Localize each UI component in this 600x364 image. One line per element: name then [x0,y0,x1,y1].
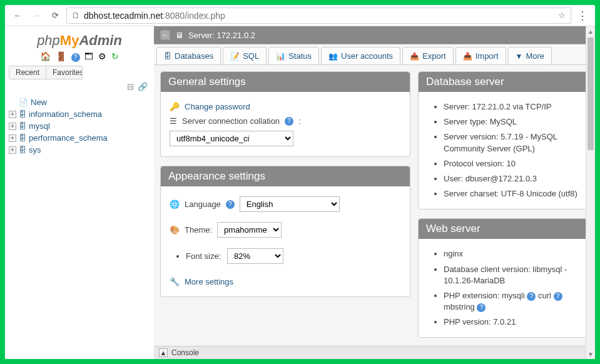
scroll-down-icon[interactable]: ▼ [586,349,595,359]
back-button[interactable]: ← [10,8,25,23]
font-size-label: Font size: [186,251,221,261]
reload-button[interactable]: ⟳ [48,8,63,23]
help-icon[interactable]: ? [477,303,486,312]
console-bar[interactable]: ▲ Console [154,346,595,359]
settings-icon[interactable]: ⚙ [98,51,106,61]
tab-label: More [526,51,544,61]
browser-menu-button[interactable]: ⋮ [575,9,590,23]
scroll-up-icon[interactable]: ▲ [586,26,595,36]
tree-item-mysql[interactable]: + 🗄 mysql [9,120,150,132]
home-icon[interactable]: 🏠 [40,51,51,61]
general-settings-panel: General settings 🔑 Change password ☰ Ser… [160,71,410,157]
font-size-select[interactable]: 82% [227,248,283,264]
php-ext-text: PHP extension: mysqli [444,291,527,300]
logo-admin: Admin [79,33,121,48]
theme-icon: 🎨 [170,225,180,235]
sql-icon[interactable]: 🗔 [84,51,93,61]
database-icon: 🗄 [19,134,26,143]
sidebar-toolbar: 🏠 🚪 ? 🗔 ⚙ ↻ [9,50,150,66]
unlink-icon[interactable]: 🔗 [138,82,148,91]
users-icon: 👥 [328,52,338,61]
new-db-icon: 📄 [19,98,28,107]
export-icon: 📤 [410,52,419,61]
forward-button[interactable]: → [29,8,44,23]
appearance-settings-panel: Appearance settings 🌐 Language ? English… [160,166,410,297]
theme-select[interactable]: pmahomme [217,222,282,238]
expand-icon[interactable]: + [9,134,16,142]
console-label: Console [171,348,199,357]
collation-icon: ☰ [170,116,177,126]
tree-item-sys[interactable]: + 🗄 sys [9,144,150,156]
expand-icon[interactable]: + [9,111,16,118]
server-breadcrumb: ← 🖥 Server: 172.21.0.2 [154,26,595,44]
main-panel: ← 🖥 Server: 172.21.0.2 🗄Databases 📝SQL 📊… [154,26,595,359]
tab-databases[interactable]: 🗄Databases [156,47,221,64]
phpmyadmin-logo[interactable]: phpMyAdmin [9,29,150,50]
tab-user-accounts[interactable]: 👥User accounts [321,47,400,64]
language-select[interactable]: English [240,196,340,212]
tab-export[interactable]: 📤Export [402,47,454,64]
database-server-panel: Database server Server: 172.21.0.2 via T… [418,71,589,210]
collation-label: Server connection collation [182,116,280,126]
tab-label: Databases [175,51,213,61]
list-item: Server charset: UTF-8 Unicode (utf8) [444,186,579,201]
logo-php: php [37,33,60,48]
list-item: Server type: MySQL [444,114,579,129]
expand-icon[interactable]: + [9,146,16,154]
bookmark-icon[interactable]: ☆ [558,11,566,20]
tab-status[interactable]: 📊Status [268,47,319,64]
tab-label: SQL [243,51,259,61]
tab-label: Import [475,51,499,61]
database-icon: 🗄 [19,122,26,131]
sql-icon: 📝 [230,52,240,61]
console-expand-icon[interactable]: ▲ [159,348,168,357]
help-icon[interactable]: ? [554,292,562,301]
key-icon: 🔑 [170,102,180,111]
scrollbar[interactable]: ▲ ▼ [586,26,595,359]
help-icon[interactable]: ? [226,200,235,209]
expand-icon[interactable]: + [9,123,16,130]
scroll-thumb[interactable] [587,38,594,150]
content-area: phpMyAdmin 🏠 🚪 ? 🗔 ⚙ ↻ Recent Favorites … [5,26,595,359]
logout-icon[interactable]: 🚪 [56,51,66,61]
list-item: Protocol version: 10 [444,156,579,171]
navigation-sidebar: phpMyAdmin 🏠 🚪 ? 🗔 ⚙ ↻ Recent Favorites … [5,26,154,359]
tab-sql[interactable]: 📝SQL [223,47,267,64]
collation-select[interactable]: utf8mb4_unicode_ci [170,131,293,146]
tree-label: performance_schema [29,133,108,143]
database-icon: 🗄 [19,146,26,154]
panel-title: Appearance settings [161,166,410,186]
tree-item-new[interactable]: 📄 New [9,96,150,108]
chevron-down-icon: ▼ [516,52,523,61]
page-info-icon[interactable]: 🗋 [72,11,80,20]
change-password-link[interactable]: Change password [185,102,250,111]
url-bar[interactable]: 🗋 dbhost.tecadmin.net:8080/index.php ☆ [66,8,571,24]
collapse-nav-button[interactable]: ← [160,30,170,40]
panel-title: General settings [161,72,410,92]
browser-window: ← → ⟳ 🗋 dbhost.tecadmin.net:8080/index.p… [5,5,595,359]
top-menu: 🗄Databases 📝SQL 📊Status 👥User accounts 📤… [154,44,595,65]
database-tree: 📄 New + 🗄 information_schema + 🗄 mysql +… [9,94,150,158]
theme-label[interactable]: Theme: [185,225,212,235]
web-server-panel: Web server nginx Database client version… [418,218,589,338]
tab-import[interactable]: 📥Import [455,47,506,64]
server-icon: 🖥 [175,31,183,40]
tab-label: Export [422,51,446,61]
help-icon[interactable]: ? [285,117,293,126]
tab-more[interactable]: ▼More [508,47,552,64]
language-icon: 🌐 [170,200,180,209]
favorites-tab[interactable]: Favorites [46,66,83,79]
browser-toolbar: ← → ⟳ 🗋 dbhost.tecadmin.net:8080/index.p… [5,5,595,26]
url-path: :8080/index.php [163,11,225,21]
docs-icon[interactable]: ? [71,53,80,62]
reload-nav-icon[interactable]: ↻ [111,51,119,61]
recent-tab[interactable]: Recent [9,66,46,79]
collapse-all-icon[interactable]: ⊟ [127,82,134,91]
panel-title: Web server [419,219,588,239]
tree-item-information-schema[interactable]: + 🗄 information_schema [9,108,150,120]
list-item: PHP version: 7.0.21 [444,315,579,330]
help-icon[interactable]: ? [527,292,536,301]
tree-item-performance-schema[interactable]: + 🗄 performance_schema [9,132,150,144]
php-ext-text: mbstring [444,302,477,311]
more-settings-link[interactable]: More settings [185,277,233,286]
